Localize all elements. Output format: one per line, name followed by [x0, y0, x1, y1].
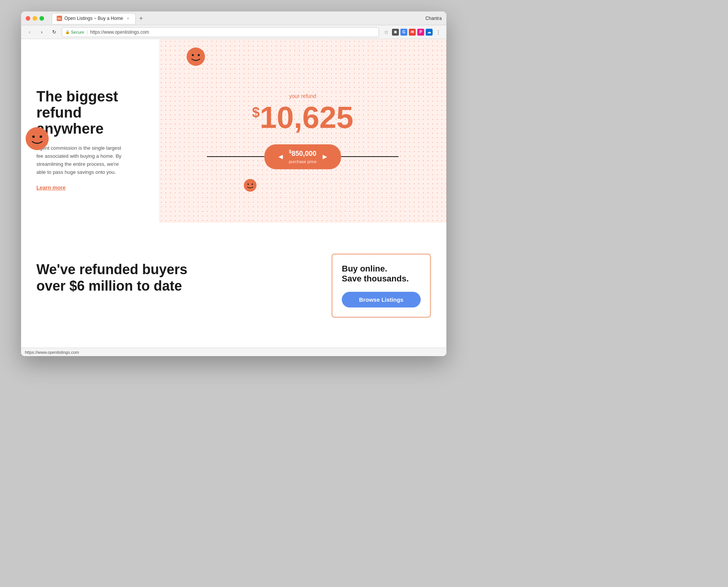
- browser-window: OL Open Listings ~ Buy a Home × + Chantr…: [21, 11, 446, 356]
- bottom-section: We've refunded buyers over $6 million to…: [21, 238, 446, 318]
- price-text: $850,000 purchase price: [289, 149, 316, 165]
- ext-pinterest-icon[interactable]: P: [417, 29, 424, 36]
- browser-user: Chantra: [425, 16, 442, 21]
- address-bar[interactable]: 🔒 Secure | https://www.openlistings.com: [62, 27, 379, 37]
- page: The biggest refund anywhere Agent commis…: [21, 39, 446, 356]
- tab-favicon: OL: [57, 16, 62, 21]
- price-label: purchase price: [289, 159, 316, 164]
- hero-left: The biggest refund anywhere Agent commis…: [36, 54, 151, 238]
- price-arrow-right[interactable]: ▶: [323, 154, 327, 160]
- lock-icon: 🔒: [65, 30, 70, 34]
- stat-title: We've refunded buyers over $6 million to…: [36, 261, 190, 294]
- hero-right: your refund $10,625 ◀ $850,000: [159, 39, 446, 223]
- refund-label: your refund: [289, 93, 316, 99]
- price-slider-container: ◀ $850,000 purchase price ▶: [207, 144, 398, 169]
- refund-amount: $10,625: [252, 102, 354, 133]
- status-url: https://www.openlistings.com: [25, 350, 79, 355]
- browser-content: The biggest refund anywhere Agent commis…: [21, 39, 446, 356]
- hero-section: The biggest refund anywhere Agent commis…: [21, 39, 446, 238]
- browse-listings-button[interactable]: Browse Listings: [342, 292, 421, 307]
- secure-badge: 🔒 Secure: [65, 30, 84, 34]
- secure-label: Secure: [71, 30, 84, 34]
- slider-line-left: [207, 156, 264, 157]
- tab-close-button[interactable]: ×: [125, 16, 131, 21]
- svg-point-2: [39, 136, 42, 138]
- new-tab-button[interactable]: +: [136, 13, 146, 24]
- active-tab[interactable]: OL Open Listings ~ Buy a Home ×: [52, 13, 136, 24]
- status-bar: https://www.openlistings.com: [21, 348, 446, 356]
- ext-google-icon[interactable]: G: [400, 29, 407, 36]
- back-button[interactable]: ‹: [25, 28, 34, 37]
- minimize-button[interactable]: [33, 16, 37, 21]
- price-value: $850,000: [289, 149, 316, 158]
- url-text: https://www.openlistings.com: [90, 29, 149, 35]
- svg-point-1: [32, 136, 34, 138]
- browser-toolbar: ‹ › ↻ 🔒 Secure | https://www.openlisting…: [21, 25, 446, 39]
- smiley-left: [25, 126, 49, 151]
- menu-icon[interactable]: ⋮: [434, 28, 443, 36]
- svg-point-0: [26, 128, 49, 150]
- cta-card: Buy online. Save thousands. Browse Listi…: [331, 253, 431, 318]
- tab-bar: OL Open Listings ~ Buy a Home × +: [52, 13, 422, 24]
- hero-title: The biggest refund anywhere: [36, 89, 151, 137]
- price-pill[interactable]: ◀ $850,000 purchase price ▶: [264, 144, 341, 169]
- learn-more-link[interactable]: Learn more: [36, 185, 66, 191]
- hero-description: Agent commission is the single largest f…: [36, 144, 125, 176]
- bottom-left: We've refunded buyers over $6 million to…: [36, 253, 331, 294]
- slider-line-right: [341, 156, 398, 157]
- tab-title: Open Listings ~ Buy a Home: [64, 16, 123, 21]
- toolbar-actions: ☆ ▦ G ✉ P ☁ ⋮: [382, 28, 443, 36]
- refund-currency: $: [252, 105, 260, 120]
- bookmark-icon[interactable]: ☆: [382, 28, 390, 36]
- ext-email-icon[interactable]: ✉: [409, 29, 416, 36]
- browser-titlebar: OL Open Listings ~ Buy a Home × + Chantr…: [21, 11, 446, 25]
- cta-title: Buy online. Save thousands.: [342, 264, 421, 284]
- ext-cloud-icon[interactable]: ☁: [426, 29, 433, 36]
- smiley-left-svg: [25, 126, 49, 151]
- maximize-button[interactable]: [39, 16, 44, 21]
- refresh-button[interactable]: ↻: [49, 28, 59, 37]
- price-arrow-left[interactable]: ◀: [279, 154, 283, 160]
- traffic-lights: [26, 16, 44, 21]
- forward-button[interactable]: ›: [37, 28, 46, 37]
- close-button[interactable]: [26, 16, 30, 21]
- ext-grid-icon[interactable]: ▦: [392, 29, 399, 36]
